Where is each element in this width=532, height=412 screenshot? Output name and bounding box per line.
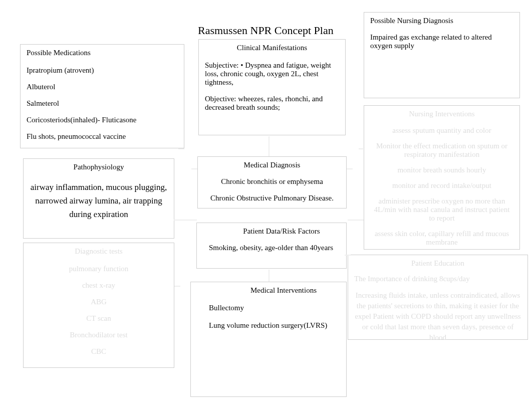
medical-interventions-heading: Medical Interventions [227,286,340,295]
connector [359,148,365,149]
medication-item: Salmeterol [27,99,178,108]
nursing-interventions-heading: Nursing Interventions [370,110,513,118]
box-nursing-interventions: Nursing Interventions assess sputum quan… [364,105,520,250]
box-medical-diagnosis: Medical Diagnosis Chronic bronchitis or … [197,156,347,209]
patient-education-heading: Patient Education [354,259,521,268]
box-risk-factors: Patient Data/Risk Factors Smoking, obesi… [196,223,347,269]
nursing-intervention-item: administer prescribe oxygen no more than… [370,197,513,223]
medication-item: Ipratropium (atrovent) [27,66,178,75]
connector [347,168,353,169]
medical-intervention-item: Bullectomy [209,304,340,312]
diagnostic-tests-heading: Diagnostic tests [30,247,168,256]
risk-factors-heading: Patient Data/Risk Factors [223,227,340,236]
nursing-diagnosis-heading: Possible Nursing Diagnosis [370,17,513,25]
medication-item: Coricosteriods(inhaled)- Fluticasone [27,116,178,124]
box-medications: Possible Medications Ipratropium (atrove… [20,44,184,148]
medications-heading: Possible Medications [27,49,178,57]
connector [178,148,184,149]
risk-factors-text: Smoking, obesity, age-older than 40years [209,244,340,252]
diagnostic-test-item: CT scan [30,314,168,323]
box-medical-interventions: Medical Interventions Bullectomy Lung vo… [190,282,347,397]
nursing-intervention-item: assess skin color, capillary refill and … [370,230,513,247]
medical-diagnosis-item: Chronic Obstructive Pulmonary Disease. [204,194,340,202]
box-patient-education: Patient Education The Importance of drin… [348,255,528,340]
nursing-diagnosis-text: Impaired gas exchange related to altered… [370,33,513,50]
medical-diagnosis-heading: Medical Diagnosis [204,161,340,169]
connector [174,220,197,221]
box-clinical-manifestations: Clinical Manifestations Subjective: • Dy… [198,39,346,135]
diagnostic-test-item: ABG [30,298,168,306]
medication-item: Flu shots, pneumococcal vaccine [27,132,178,141]
connector [269,270,270,282]
pathophysiology-text: airway inflammation, mucous plugging, na… [30,180,168,222]
box-pathophysiology: Pathophysiology airway inflammation, muc… [23,158,174,239]
medical-diagnosis-item: Chronic bronchitis or emphysema [204,177,340,186]
diagnostic-test-item: chest x-ray [30,281,168,290]
clinical-subjective: Subjective: • Dyspnea and fatigue, weigh… [205,61,339,87]
clinical-heading: Clinical Manifestations [205,44,339,52]
nursing-intervention-item: Monitor the effect medication on sputum … [370,142,513,159]
diagnostic-test-item: pulmonary function [30,265,168,273]
connector [191,168,197,169]
nursing-intervention-item: assess sputum quantity and color [370,126,513,135]
connector [174,286,180,287]
nursing-intervention-item: monitor and record intake/output [370,181,513,190]
connector [348,220,364,221]
page-title: Rasmussen NPR Concept Plan [198,24,334,37]
clinical-objective: Objective: wheezes, rales, rhonchi, and … [205,95,339,112]
pathophysiology-heading: Pathophysiology [30,163,168,171]
nursing-intervention-item: monitor breath sounds hourly [370,166,513,174]
medication-item: Albuterol [27,83,178,91]
diagnostic-test-item: CBC [30,347,168,356]
box-diagnostic-tests: Diagnostic tests pulmonary function ches… [23,243,174,368]
connector [269,136,270,156]
box-nursing-diagnosis: Possible Nursing Diagnosis Impaired gas … [364,12,520,98]
diagnostic-test-item: Bronchodilator test [30,331,168,339]
patient-education-item: The Importance of drinking 8cups/day [354,275,521,283]
medical-intervention-item: Lung volume reduction surgery(LVRS) [209,321,340,330]
patient-education-text: Increasing fluids intake, unless contrai… [354,290,521,343]
connector [345,255,351,256]
